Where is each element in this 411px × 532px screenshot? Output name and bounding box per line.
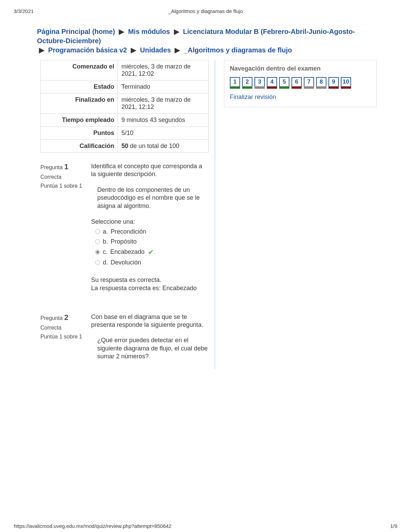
quiz-nav-button[interactable]: 6	[291, 77, 302, 89]
breadcrumb-sep-icon: ▶	[37, 46, 46, 54]
question-prompt: Con base en el diagrama que se te presen…	[91, 313, 209, 329]
option-letter: a.	[103, 228, 108, 235]
feedback-correct: La respuesta correcta es: Encabezado	[91, 284, 209, 292]
summary-label: Comenzado el	[41, 60, 118, 81]
quiz-nav-button[interactable]: 2	[242, 77, 252, 89]
print-page-number: 1/9	[390, 523, 397, 529]
status-bar	[267, 86, 277, 89]
question-label: Pregunta	[40, 315, 63, 321]
quiz-nav-button[interactable]: 4	[267, 77, 277, 89]
question-2: Pregunta 2 Correcta Puntúa 1 sobre 1 Con…	[40, 313, 209, 369]
question-status: Correcta	[40, 325, 91, 331]
radio-icon	[95, 239, 100, 244]
summary-label: Finalizado en	[41, 94, 118, 114]
option-letter: c.	[103, 248, 108, 256]
table-row: Estado Terminado	[41, 81, 209, 94]
option-text: Encabezado	[110, 248, 145, 256]
question-prompt: Identifica el concepto que corresponda a…	[91, 162, 209, 178]
quiz-nav-button[interactable]: 5	[279, 77, 289, 89]
table-row: Comenzado el miércoles, 3 de marzo de 20…	[41, 60, 209, 81]
breadcrumb-home[interactable]: Página Principal (home)	[37, 28, 115, 35]
breadcrumb-sep-icon: ▶	[172, 28, 181, 35]
status-bar	[291, 86, 302, 89]
quiz-nav-button[interactable]: 8	[316, 77, 326, 89]
summary-value: miércoles, 3 de marzo de 2021, 12:02	[118, 60, 209, 81]
print-url: https://avalicmod.uveg.edu.mx/mod/quiz/r…	[14, 523, 172, 529]
question-detail: Dentro de los componentes de un pseudocó…	[91, 186, 209, 210]
breadcrumb-sep-icon: ▶	[129, 46, 138, 54]
option-letter: b.	[103, 238, 108, 245]
status-bar	[242, 86, 252, 89]
summary-label: Tiempo empleado	[41, 114, 118, 127]
breadcrumb: Página Principal (home) ▶ Mis módulos ▶ …	[34, 26, 377, 54]
quiz-nav-button[interactable]: 3	[254, 77, 265, 89]
radio-icon	[95, 260, 100, 265]
summary-label: Calificación	[41, 140, 118, 153]
question-label: Pregunta	[40, 164, 63, 170]
summary-value: miércoles, 3 de marzo de 2021, 12:12	[118, 94, 209, 114]
table-row: Tiempo empleado 9 minutos 43 segundos	[41, 114, 209, 127]
status-bar	[304, 86, 314, 89]
status-bar	[230, 86, 240, 89]
table-row: Calificación 50 de un total de 100	[41, 140, 209, 153]
option-d[interactable]: d. Devolución	[95, 259, 209, 266]
summary-value: Terminado	[118, 81, 209, 94]
question-status: Correcta	[40, 174, 91, 180]
option-text: Precondición	[111, 228, 146, 235]
feedback-result: Su respuesta es correcta.	[91, 276, 209, 284]
option-letter: d.	[103, 259, 108, 266]
status-bar	[279, 86, 289, 89]
breadcrumb-current[interactable]: _Algoritmos y diagramas de flujo	[184, 46, 292, 54]
summary-label: Puntos	[41, 127, 118, 140]
summary-value: 9 minutos 43 segundos	[118, 114, 209, 127]
option-c[interactable]: c. Encabezado ✔	[95, 248, 209, 256]
question-number: 2	[64, 313, 68, 322]
breadcrumb-units[interactable]: Unidades	[140, 46, 171, 54]
option-b[interactable]: b. Propósito	[95, 238, 209, 245]
breadcrumb-course[interactable]: Programación básica v2	[48, 46, 127, 54]
option-text: Propósito	[111, 238, 137, 245]
question-number: 1	[64, 162, 68, 171]
summary-value: 50 de un total de 100	[118, 140, 209, 153]
status-bar	[316, 86, 326, 89]
breadcrumb-modules[interactable]: Mis módulos	[128, 28, 170, 35]
question-points: Puntúa 1 sobre 1	[40, 334, 91, 340]
summary-table: Comenzado el miércoles, 3 de marzo de 20…	[40, 60, 209, 153]
quiz-nav-button[interactable]: 10	[341, 77, 351, 89]
option-text: Devolución	[111, 259, 141, 266]
breadcrumb-sep-icon: ▶	[117, 28, 126, 35]
quiz-nav-grid: 12345678910	[230, 77, 371, 89]
status-bar	[328, 86, 339, 89]
radio-icon	[95, 250, 100, 255]
table-row: Puntos 5/10	[41, 127, 209, 140]
quiz-nav-button[interactable]: 7	[304, 77, 314, 89]
radio-icon	[95, 229, 100, 234]
check-icon: ✔	[148, 248, 154, 256]
quiz-nav-block: Navegación dentro del examen 12345678910…	[224, 60, 377, 107]
status-bar	[254, 86, 265, 89]
question-1: Pregunta 1 Correcta Puntúa 1 sobre 1 Ide…	[40, 162, 209, 293]
grade-total: de un total de 100	[128, 143, 179, 149]
breadcrumb-sep-icon: ▶	[173, 46, 182, 54]
status-bar	[341, 86, 351, 89]
finish-review-link[interactable]: Finalizar revisión	[230, 94, 276, 100]
quiz-nav-button[interactable]: 9	[328, 77, 339, 89]
select-one-label: Seleccione una:	[91, 218, 209, 225]
quiz-nav-button[interactable]: 1	[230, 77, 240, 89]
question-detail: ¿Qué error puedes detectar en el siguien…	[91, 336, 209, 360]
summary-label: Estado	[41, 81, 118, 94]
question-points: Puntúa 1 sobre 1	[40, 183, 91, 189]
table-row: Finalizado en miércoles, 3 de marzo de 2…	[41, 94, 209, 114]
summary-value: 5/10	[118, 127, 209, 140]
option-a[interactable]: a. Precondición	[95, 228, 209, 235]
grade-value: 50	[121, 143, 128, 149]
quiz-nav-title: Navegación dentro del examen	[230, 65, 371, 72]
print-title: _Algoritmos y diagramas de flujo	[14, 8, 397, 14]
